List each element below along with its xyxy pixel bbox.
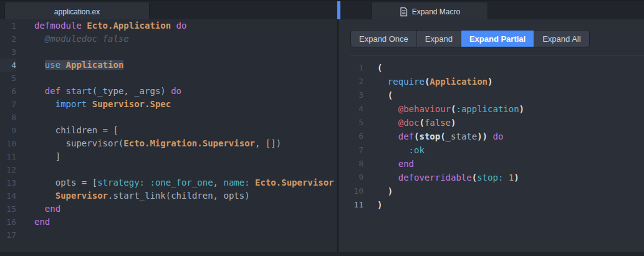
code-token: Ecto.Application (87, 21, 171, 31)
code-token (60, 86, 65, 96)
line-number: 10 (339, 184, 363, 198)
macro-result-editor[interactable]: 1234567891011 ( require(Application) ( @… (339, 61, 644, 252)
code-token: )) (477, 131, 488, 141)
code-token: defoverridable (398, 173, 472, 183)
code-token: def (45, 86, 60, 96)
code-token: children = [ (34, 125, 118, 135)
code-token: ) (519, 104, 524, 114)
window-bottom-edge (0, 252, 644, 256)
tab-expand-macro[interactable]: Expand Macro (372, 2, 488, 21)
code-line[interactable]: def(stop(_state)) do (377, 130, 644, 143)
line-number: 15 (0, 202, 16, 216)
code-token: false (425, 118, 451, 128)
code-token: require (388, 77, 425, 87)
code-token: @moduledoc false (34, 34, 129, 44)
code-line[interactable]: end (34, 216, 337, 229)
code-token: @behaviour (398, 104, 451, 114)
code-token: Application (66, 60, 124, 70)
expand-all-button[interactable]: Expand All (534, 31, 589, 47)
code-line[interactable]: defmodule Ecto.Application do (34, 19, 337, 32)
code-token: ] (34, 151, 60, 161)
code-line[interactable]: defoverridable(stop: 1) (377, 171, 644, 184)
code-line[interactable]: @moduledoc false (34, 32, 337, 45)
code-token: def (398, 131, 414, 141)
code-line[interactable]: ) (377, 184, 644, 198)
expand-macro-panel: Expand Once Expand Expand Partial Expand… (339, 19, 644, 252)
code-line[interactable]: ( (377, 61, 644, 75)
code-line[interactable] (34, 111, 337, 124)
code-token: ( (377, 63, 382, 73)
code-token (503, 173, 508, 183)
code-token: ) (377, 200, 382, 210)
line-number: 5 (339, 116, 363, 130)
code-line[interactable]: supervisor(Ecto.Migration.Supervisor, []… (34, 137, 337, 150)
line-number: 9 (339, 171, 363, 184)
expand-toolbar: Expand Once Expand Expand Partial Expand… (350, 30, 590, 47)
code-line[interactable]: children = [ (34, 124, 337, 137)
left-code[interactable]: defmodule Ecto.Application do @moduledoc… (27, 19, 337, 252)
code-token: ) (514, 173, 519, 183)
code-token: (_type, _args) (92, 86, 171, 96)
code-token: ( (419, 118, 424, 128)
code-token: do (176, 21, 187, 31)
line-number: 10 (0, 137, 16, 150)
code-line[interactable]: require(Application) (377, 75, 644, 88)
code-token: defmodule (34, 21, 82, 31)
line-number: 11 (0, 150, 16, 163)
code-token: import (55, 99, 87, 109)
line-number: 4 (0, 59, 16, 72)
line-number: 3 (0, 45, 16, 59)
tab-application-ex[interactable]: application.ex (4, 2, 150, 21)
code-line[interactable] (34, 229, 337, 242)
line-number: 5 (0, 72, 16, 85)
line-number: 12 (0, 163, 16, 176)
line-number: 11 (339, 198, 363, 212)
code-line[interactable]: end (377, 157, 644, 171)
code-token: _state (446, 131, 478, 141)
code-line[interactable]: ) (377, 198, 644, 212)
code-line[interactable] (34, 72, 337, 85)
code-token: ( (440, 131, 445, 141)
code-line[interactable]: Supervisor.start_link(children, opts) (34, 189, 337, 202)
code-token (377, 173, 398, 183)
line-number: 3 (339, 88, 363, 102)
code-token: stop (419, 131, 440, 141)
code-token (377, 118, 398, 128)
code-line[interactable]: use Application (34, 59, 337, 72)
code-token: end (45, 204, 60, 214)
tab-bar: application.ex Expand Macro (0, 0, 644, 19)
toolbar-separator (350, 55, 644, 55)
code-line[interactable]: end (34, 202, 337, 216)
line-number: 16 (0, 216, 16, 229)
tab-application-ex-label: application.ex (54, 7, 100, 16)
source-editor[interactable]: 1234567891011121314151617 defmodule Ecto… (0, 19, 337, 252)
code-line[interactable]: @doc(false) (377, 116, 644, 130)
code-token (60, 60, 65, 70)
code-token: do (171, 86, 181, 96)
code-line[interactable]: opts = [strategy: :one_for_one, name: Ec… (34, 176, 337, 189)
line-number: 4 (339, 102, 363, 116)
code-line[interactable]: :ok (377, 143, 644, 157)
code-token: name: (223, 178, 249, 187)
code-token: use (45, 60, 60, 70)
right-code[interactable]: ( require(Application) ( @behaviour(:app… (363, 61, 644, 252)
expand-button[interactable]: Expand (417, 31, 461, 47)
code-line[interactable]: ] (34, 150, 337, 163)
code-token (34, 86, 45, 96)
code-token: ( (472, 173, 477, 183)
expand-partial-button[interactable]: Expand Partial (461, 31, 534, 47)
expand-once-button[interactable]: Expand Once (351, 31, 417, 47)
code-token (377, 131, 398, 141)
line-number: 9 (0, 124, 16, 137)
code-line[interactable] (34, 163, 337, 176)
code-token: @doc (398, 118, 420, 128)
code-line[interactable] (34, 45, 337, 59)
code-line[interactable]: @behaviour(:application) (377, 102, 644, 116)
code-token: Ecto.Supervisor (255, 178, 334, 187)
code-token: supervisor( (34, 138, 123, 148)
code-token: , (213, 178, 224, 187)
code-line[interactable]: def start(_type, _args) do (34, 85, 337, 98)
code-token: end (34, 217, 50, 227)
code-line[interactable]: ( (377, 88, 644, 102)
code-line[interactable]: import Supervisor.Spec (34, 98, 337, 111)
